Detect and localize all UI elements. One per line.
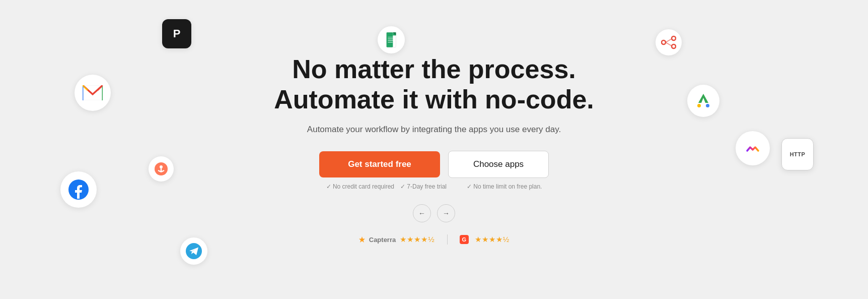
cta-buttons-row: Get started free Choose apps bbox=[319, 151, 549, 178]
app-icon-telegram bbox=[180, 237, 207, 265]
app-icon-webhook bbox=[656, 29, 682, 55]
app-icon-hubspot bbox=[149, 156, 174, 182]
arrow-left-button[interactable]: ← bbox=[413, 204, 431, 222]
capterra-stars: ★★★★½ bbox=[400, 235, 435, 244]
svg-rect-5 bbox=[388, 40, 394, 41]
svg-point-17 bbox=[160, 165, 163, 168]
g2-brand: G bbox=[460, 235, 471, 244]
svg-point-10 bbox=[672, 44, 676, 48]
svg-marker-28 bbox=[359, 236, 365, 243]
app-icon-facebook bbox=[60, 171, 97, 208]
hero-section: P bbox=[0, 0, 868, 299]
ratings-row: Capterra ★★★★½ G ★★★★½ bbox=[358, 234, 510, 245]
g2-stars: ★★★★½ bbox=[475, 235, 510, 244]
svg-rect-24 bbox=[697, 104, 701, 107]
note-free-trial: ✓ 7-Day free trial bbox=[400, 183, 447, 190]
nav-arrows: ← → bbox=[413, 204, 455, 222]
cta-note-right: ✓ No time limit on free plan. bbox=[467, 183, 542, 190]
hero-headline: No matter the process. Automate it with … bbox=[274, 54, 594, 115]
svg-rect-6 bbox=[388, 42, 392, 42]
app-icon-gmail bbox=[75, 75, 111, 111]
svg-rect-26 bbox=[743, 139, 762, 158]
hero-subheadline: Automate your workflow by integrating th… bbox=[307, 125, 561, 135]
g2-rating: G ★★★★½ bbox=[460, 235, 510, 244]
app-icon-google-ads bbox=[687, 85, 719, 117]
svg-rect-4 bbox=[388, 38, 394, 39]
svg-line-11 bbox=[666, 39, 672, 42]
svg-rect-7 bbox=[388, 37, 394, 37]
capterra-brand: Capterra bbox=[358, 236, 396, 244]
note-no-credit-card: ✓ No credit card required bbox=[326, 183, 394, 190]
get-started-button[interactable]: Get started free bbox=[319, 151, 440, 177]
svg-rect-1 bbox=[387, 32, 393, 47]
svg-point-8 bbox=[662, 40, 666, 44]
svg-point-9 bbox=[672, 36, 676, 40]
capterra-rating: Capterra ★★★★½ bbox=[358, 235, 435, 244]
app-icon-clickup bbox=[736, 131, 770, 165]
ratings-divider bbox=[447, 234, 448, 245]
svg-rect-25 bbox=[706, 104, 709, 107]
arrow-right-button[interactable]: → bbox=[437, 204, 455, 222]
cta-notes: ✓ No credit card required ✓ 7-Day free t… bbox=[326, 183, 542, 190]
cta-note-left: ✓ No credit card required ✓ 7-Day free t… bbox=[326, 183, 447, 190]
app-icon-p: P bbox=[162, 19, 191, 48]
app-icon-http: HTTP bbox=[781, 138, 814, 170]
choose-apps-button[interactable]: Choose apps bbox=[448, 151, 549, 178]
app-icon-sheets bbox=[378, 26, 405, 53]
svg-line-12 bbox=[666, 42, 672, 46]
note-no-time-limit: ✓ No time limit on free plan. bbox=[467, 183, 542, 190]
